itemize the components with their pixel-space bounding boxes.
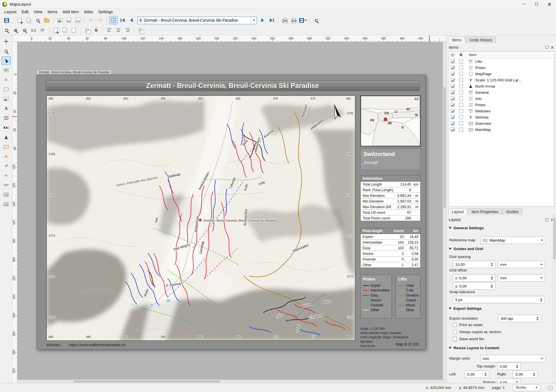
zoom-out-button[interactable] xyxy=(20,26,29,35)
export-pdf-button[interactable]: PDF xyxy=(65,16,73,24)
export-image-button[interactable] xyxy=(56,16,64,24)
add-arrow-button[interactable]: ↗ xyxy=(2,162,11,170)
snap-tolerance-spinbox[interactable]: 5 px xyxy=(453,296,545,303)
item-visibility-checkbox[interactable] xyxy=(451,103,455,107)
redo-button[interactable]: ↷ xyxy=(96,16,104,24)
item-lock-checkbox[interactable] xyxy=(459,84,463,88)
item-visibility-checkbox[interactable] xyxy=(451,109,455,113)
information-table-item[interactable]: Information Total Length214,45kmRank (To… xyxy=(360,175,421,221)
section-resize-layout[interactable]: Resize Layout to Content xyxy=(449,346,499,350)
panel-scrollbar[interactable] xyxy=(553,215,556,383)
websites-item[interactable]: Websites: https://www.matterhornparadise… xyxy=(46,343,126,347)
layout-canvas[interactable]: Zermatt - Breuil-Cervinia, Breuil-Cervin… xyxy=(17,42,446,383)
menu-add-item[interactable]: Add Item xyxy=(60,9,81,15)
zoom-full-button[interactable] xyxy=(2,26,11,35)
items-row[interactable]: MapPage xyxy=(448,71,554,77)
grid-offset-unit-combo[interactable]: mm xyxy=(498,274,545,282)
align-right-button[interactable] xyxy=(123,26,131,35)
print-as-raster-checkbox[interactable]: Print as raster xyxy=(453,323,483,327)
atlas-feature-combo[interactable] xyxy=(137,17,257,24)
left-margin-spinbox[interactable]: 0,00 xyxy=(465,371,489,378)
item-lock-checkbox[interactable] xyxy=(459,103,463,107)
atlas-settings-button[interactable] xyxy=(312,16,320,24)
pan-tool-button[interactable] xyxy=(2,37,11,46)
align-center-button[interactable] xyxy=(114,26,122,35)
minimize-button[interactable] xyxy=(517,0,530,8)
export-svg-button[interactable]: SVG xyxy=(74,16,82,24)
item-visibility-checkbox[interactable] xyxy=(451,90,455,94)
piste-length-table-item[interactable]: Piste length Count km Expert2016,45Inter… xyxy=(360,228,421,268)
item-lock-checkbox[interactable] xyxy=(459,90,463,94)
add-map-button[interactable] xyxy=(2,85,11,93)
tab-guides[interactable]: Guides xyxy=(503,208,522,215)
add-marker-button[interactable]: ★ xyxy=(2,152,11,161)
refresh-button[interactable]: ⟳ xyxy=(38,26,47,35)
overview-map-item[interactable]: FRCHLIATCZSIDEIT xyxy=(360,95,421,146)
zoom-tool-button[interactable] xyxy=(2,47,11,55)
align-left-button[interactable] xyxy=(105,26,113,35)
add-page-button[interactable] xyxy=(52,26,60,35)
add-label-button[interactable]: A xyxy=(2,104,11,113)
grid-spacing-unit-combo[interactable]: mm xyxy=(498,261,545,268)
save-button[interactable] xyxy=(2,16,11,24)
float-panel-icon[interactable] xyxy=(545,46,548,49)
reference-map-combo[interactable]: MainMap xyxy=(480,237,546,244)
menu-settings[interactable]: Settings xyxy=(95,9,115,15)
layout-manager-button[interactable] xyxy=(34,16,42,24)
grid-offset-y-spinbox[interactable]: y: 0,00 xyxy=(453,282,495,290)
atlas-combo-dropdown[interactable] xyxy=(251,17,256,24)
canvas-vertical-scrollbar[interactable] xyxy=(443,42,446,383)
items-row[interactable]: MainMap xyxy=(448,126,554,133)
right-margin-spinbox[interactable]: 0,00 xyxy=(513,371,538,378)
items-row[interactable]: Lifts xyxy=(448,58,554,64)
item-lock-checkbox[interactable] xyxy=(459,115,463,119)
tab-item-properties[interactable]: Item Properties xyxy=(468,208,502,215)
always-export-vectors-checkbox[interactable]: Always export as vectors xyxy=(453,330,501,334)
location-item[interactable]: Switzerland Zermatt xyxy=(360,149,421,170)
tab-undo-history[interactable]: Undo History xyxy=(466,37,496,43)
item-visibility-checkbox[interactable] xyxy=(451,115,455,119)
duplicate-layout-button[interactable] xyxy=(24,16,33,24)
add-html-button[interactable]: </> xyxy=(2,181,11,189)
add-fixed-table-button[interactable] xyxy=(2,200,11,208)
add-scalebar-button[interactable] xyxy=(2,123,11,132)
lock-items-button[interactable] xyxy=(92,26,100,35)
close-panel-icon[interactable] xyxy=(551,46,554,49)
item-visibility-checkbox[interactable] xyxy=(451,97,455,101)
bottom-margin-spinbox[interactable]: 0,00 xyxy=(497,379,521,383)
item-lock-checkbox[interactable] xyxy=(459,72,463,76)
atlas-preview-toggle[interactable] xyxy=(109,16,118,24)
items-row[interactable]: Pistes xyxy=(448,102,554,108)
atlas-next-button[interactable] xyxy=(258,16,267,24)
add-north-arrow-button[interactable] xyxy=(2,133,11,141)
edit-nodes-tool-button[interactable]: ≈ xyxy=(2,75,11,84)
section-guides-grid[interactable]: Guides and Grid xyxy=(449,247,483,251)
item-visibility-checkbox[interactable] xyxy=(451,121,455,125)
item-lock-checkbox[interactable] xyxy=(459,97,463,101)
atlas-feature-input[interactable] xyxy=(138,18,251,23)
menu-items[interactable]: Items xyxy=(45,9,60,15)
tab-items[interactable]: Items xyxy=(448,37,465,43)
add-picture-button[interactable] xyxy=(2,95,11,103)
items-row[interactable]: General xyxy=(448,89,554,95)
open-button[interactable] xyxy=(43,16,51,24)
page-properties-button[interactable] xyxy=(70,26,78,35)
zoom-actual-button[interactable]: 1:1 xyxy=(29,26,38,35)
item-lock-checkbox[interactable] xyxy=(459,109,463,113)
item-visibility-checkbox[interactable] xyxy=(451,128,455,132)
move-content-tool-button[interactable] xyxy=(2,66,11,74)
layout-page[interactable]: Zermatt - Breuil-Cervinia, Breuil-Cervin… xyxy=(37,75,426,349)
close-button[interactable] xyxy=(543,0,556,8)
section-export-settings[interactable]: Export Settings xyxy=(449,306,482,311)
canvas-horizontal-scrollbar[interactable] xyxy=(17,380,446,383)
page-title-banner[interactable]: Zermatt - Breuil-Cervinia, Breuil-Cervin… xyxy=(46,80,419,91)
items-row[interactable]: Overview xyxy=(448,120,554,126)
item-visibility-checkbox[interactable] xyxy=(451,59,455,63)
items-row[interactable]: Pistes xyxy=(448,64,554,71)
top-margin-spinbox[interactable]: 0,00 xyxy=(497,363,521,370)
atlas-last-button[interactable] xyxy=(267,16,276,24)
items-row[interactable]: TSkiArea xyxy=(448,114,554,120)
items-row[interactable]: Info xyxy=(448,95,554,102)
items-row[interactable]: North Arrow xyxy=(448,83,554,89)
undo-button[interactable]: ↶ xyxy=(87,16,95,24)
